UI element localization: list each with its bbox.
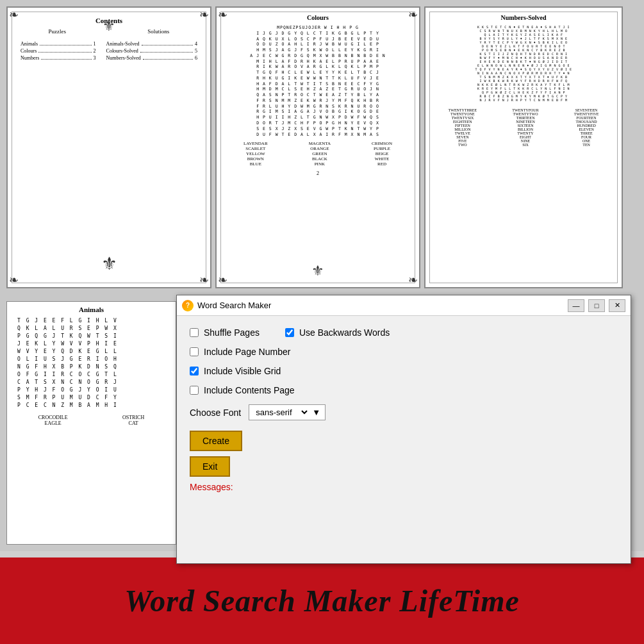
dialog-window: ? Word Search Maker — □ ✕ Shuffle Pages … [176,295,631,564]
puzzles-col: Puzzles [49,28,67,35]
colour-col-1: LAVENDAR SCARLET YELLOW BROWN BLUE [244,141,268,167]
font-dropdown[interactable]: sans-serif serif monospace [253,407,310,418]
font-select-control[interactable]: sans-serif serif monospace ▼ [249,404,326,420]
colour-word: BEIGE [372,151,392,156]
colour-col-2: MAGENTA ORANGE GREEN BLACK PINK [309,141,331,167]
colour-word: ORANGE [309,146,331,151]
list-item: Animals 1 Animals-Solved 4 [21,41,197,47]
shuffle-pages-label: Shuffle Pages [204,327,260,338]
number-word: SIX [512,143,538,147]
corner-decor-tl: ❧ [218,9,227,21]
animals-grid: T G J E E F L G I H L V Q K L A L U R S … [17,317,172,409]
shuffle-pages-checkbox[interactable] [190,328,199,337]
numbers-col-1: TWENTYTHREE TWENTYONE TWENTYSIX EIGHTEEN… [449,108,477,147]
page-contents: ❧ ❧ ❧ ❧ Contents Puzzles Solutions Anima… [6,6,211,288]
include-contents-label: Include Contents Page [204,385,295,395]
colour-word: BLACK [309,156,331,161]
messages-label: Messages: [190,482,618,492]
corner-decor-tl: ❧ [9,9,19,21]
solution-num: 5 [195,48,197,54]
animal-word: EAGLE [38,420,68,426]
colours-page-title: Colours [217,14,419,21]
animals-col-2: OSTRICH CAT [122,415,144,426]
include-page-num-checkbox[interactable] [190,347,199,356]
number-word: TEN [574,143,599,147]
include-contents-checkbox[interactable] [190,386,199,395]
close-button[interactable]: ✕ [609,299,625,312]
page-number: 2 [217,170,419,176]
contents-page-row: Include Contents Page [190,385,618,395]
animals-title: Animals [11,306,172,313]
colour-col-3: CRIMSON PURPLE BEIGE WHITE RED [372,141,392,167]
colour-header: MAGENTA [309,141,331,146]
numbers-words: TWENTYTHREE TWENTYONE TWENTYSIX EIGHTEEN… [425,106,622,149]
list-item: Numbers 3 Numbers-Solved 6 [21,55,197,61]
corner-decor-br: ❧ [199,274,209,286]
bottom-banner: Word Search Maker LifeTime [0,557,644,644]
font-row: Choose Font sans-serif serif monospace ▼ [190,404,618,420]
include-visible-grid-label: Include Visible Grid [204,366,281,376]
animal-word: CAT [122,420,144,426]
colour-word: WHITE [372,156,392,161]
colour-word: PURPLE [372,146,392,151]
colour-word: YELLOW [244,151,268,156]
item-num: 3 [94,55,96,61]
animal-word: OSTRICH [122,415,144,420]
visible-grid-row: Include Visible Grid [190,366,618,376]
minimize-button[interactable]: — [568,299,584,312]
use-backwards-checkbox[interactable] [285,328,294,337]
colour-word: BROWN [244,156,268,161]
page-numbers: Numbers-Solved K K S T E T C N ♦ E T N E… [424,6,623,288]
animal-word: CROCODILE [38,415,68,420]
dots [41,55,91,60]
colour-word: PINK [309,161,331,167]
preview-area: ❧ ❧ ❧ ❧ Contents Puzzles Solutions Anima… [0,0,644,295]
dots [143,55,193,60]
dots [140,48,193,53]
solution-label: Numbers-Solved [106,55,141,61]
bottom-decor: ⚜ [101,253,117,274]
numbers-col-2: TWENTYFOUR TWENTYTWO THIRTEEN NINETEEN S… [512,108,538,147]
colour-word: SCARLET [244,146,268,151]
use-backwards-label: Use Backwards Words [299,327,390,338]
numbers-page-title: Numbers-Solved [425,14,622,21]
numbers-grid: K K S T E T C N ♦ E T N E A ♦ S H A T J … [425,24,622,103]
dots [40,41,91,45]
colour-word: BLUE [244,161,268,167]
item-num: 1 [94,41,96,47]
colour-header: LAVENDAR [244,141,268,146]
shuffle-pages-row: Shuffle Pages [190,327,260,338]
corner-decor-bl: ❧ [218,274,227,286]
numbers-col-3: SEVENTEEN TWENTYFIVE FOURTEEN THOUSAND H… [574,108,599,147]
corner-decor-tr: ❧ [199,9,209,21]
solution-label: Animals-Solved [106,41,140,47]
dots [38,48,91,53]
dialog-titlebar: ? Word Search Maker — □ ✕ [177,295,631,316]
colour-word: GREEN [309,151,331,156]
exit-button[interactable]: Exit [190,456,230,477]
list-item: Colours 2 Colours-Solved 5 [21,48,197,54]
item-label: Animals [21,41,38,47]
page-colours: ❧ ❧ ❧ ❧ Colours MPQNEZPSUJOJER W I H H P… [215,6,420,288]
bottom-decor: ⚜ [311,263,324,279]
maximize-button[interactable]: □ [588,299,605,312]
create-button[interactable]: Create [190,431,242,451]
dialog-controls: — □ ✕ [568,299,625,312]
item-label: Colours [21,48,37,54]
corner-decor-tr: ❧ [408,9,418,21]
banner-text: Word Search Maker LifeTime [124,583,520,618]
include-visible-grid-checkbox[interactable] [190,367,199,376]
dialog-title: Word Search Maker [197,301,564,310]
colour-header: CRIMSON [372,141,392,146]
contents-items: Animals 1 Animals-Solved 4 Colours 2 Col… [8,38,210,65]
solution-label: Colours-Solved [106,48,138,54]
page-num-row: Include Page Number [190,347,618,357]
colours-legend: LAVENDAR SCARLET YELLOW BROWN BLUE MAGEN… [217,141,419,167]
options-row-1: Shuffle Pages Use Backwards Words [190,327,618,347]
corner-decor-br: ❧ [408,274,418,286]
animals-col-1: CROCODILE EAGLE [38,415,68,426]
corner-decor-bl: ❧ [9,274,19,286]
dialog-body: Shuffle Pages Use Backwards Words Includ… [177,316,631,504]
animals-words: CROCODILE EAGLE OSTRICH CAT [11,415,172,426]
colour-word: RED [372,161,392,167]
